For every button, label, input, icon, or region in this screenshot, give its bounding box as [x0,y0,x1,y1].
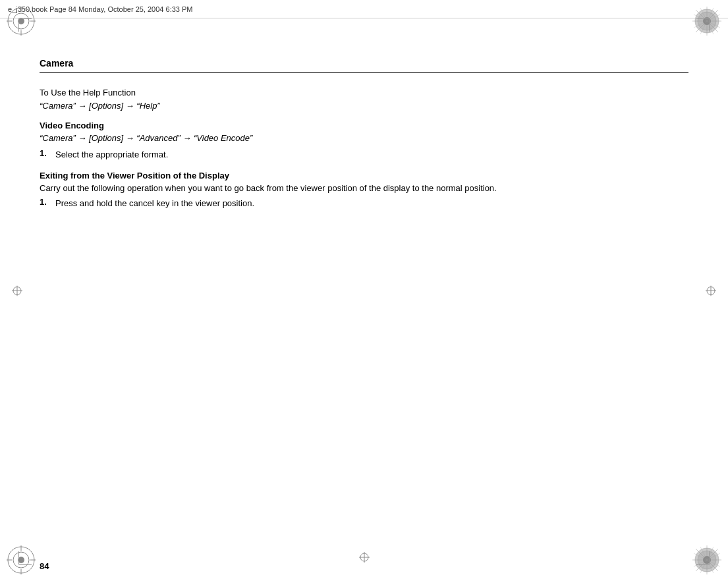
video-encoding-step1: 1. Select the appropriate format. [40,148,688,161]
bracket-bl [18,551,32,565]
exiting-viewer-step1-text: Press and hold the cancel key in the vie… [55,197,254,210]
exiting-viewer-description: Carry out the following operation when y… [40,182,688,195]
step-number-2: 1. [40,197,53,207]
exiting-viewer-block: Exiting from the Viewer Position of the … [40,171,688,210]
video-encoding-block: Video Encoding “Camera” → [Options] → “A… [40,121,688,161]
step-number-1: 1. [40,148,53,158]
side-crosshair-left [12,285,22,298]
bracket-br [696,551,710,565]
help-function-label: To Use the Help Function [40,86,688,99]
help-function-nav: “Camera” → [Options] → “Help” [40,99,688,113]
video-encoding-label: Video Encoding [40,121,688,130]
header-bar: e_j350.book Page 84 Monday, October 25, … [0,0,728,18]
page-number: 84 [40,561,49,571]
page-content: Camera To Use the Help Function “Camera”… [40,18,688,557]
bracket-tl [18,18,32,32]
video-encoding-nav: “Camera” → [Options] → “Advanced” → “Vid… [40,132,688,146]
section-divider [40,72,688,73]
exiting-viewer-label: Exiting from the Viewer Position of the … [40,171,688,180]
exiting-viewer-step1: 1. Press and hold the cancel key in the … [40,197,688,210]
side-crosshair-right [706,285,716,298]
section-title: Camera [40,58,688,69]
video-encoding-step1-text: Select the appropriate format. [55,148,168,161]
bracket-tr [696,18,710,32]
help-function-block: To Use the Help Function “Camera” → [Opt… [40,86,688,113]
